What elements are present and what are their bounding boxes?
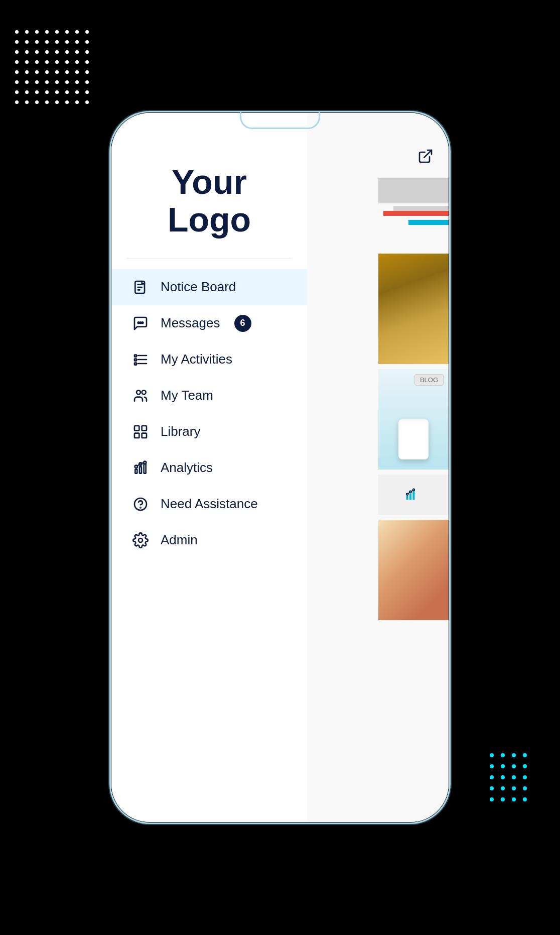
nav-item-library[interactable]: Library bbox=[111, 414, 307, 450]
white-dot bbox=[55, 70, 59, 74]
white-dot bbox=[75, 100, 79, 104]
white-dot bbox=[55, 60, 59, 64]
white-dot bbox=[75, 80, 79, 84]
nav-item-notice-board[interactable]: Notice Board bbox=[111, 269, 307, 305]
white-dot bbox=[65, 80, 69, 84]
cyan-dot bbox=[523, 786, 527, 790]
cyan-dot bbox=[523, 797, 527, 801]
svg-rect-12 bbox=[134, 363, 136, 365]
team-icon bbox=[131, 387, 150, 405]
svg-rect-10 bbox=[134, 355, 136, 357]
messages-label: Messages bbox=[161, 315, 220, 331]
svg-rect-29 bbox=[406, 496, 408, 500]
white-dot bbox=[65, 90, 69, 94]
nav-item-admin[interactable]: Admin bbox=[111, 522, 307, 558]
white-dot bbox=[85, 30, 89, 34]
white-dot bbox=[55, 90, 59, 94]
my-team-label: My Team bbox=[161, 388, 213, 403]
cyan-dot bbox=[501, 786, 505, 790]
my-activities-label: My Activities bbox=[161, 352, 232, 367]
svg-line-28 bbox=[424, 150, 432, 158]
cyan-dot bbox=[490, 797, 494, 801]
svg-point-14 bbox=[142, 390, 146, 394]
library-label: Library bbox=[161, 424, 200, 439]
cyan-dot bbox=[501, 753, 505, 757]
cyan-dot bbox=[512, 797, 516, 801]
white-dot bbox=[35, 90, 39, 94]
white-dot bbox=[85, 60, 89, 64]
svg-rect-18 bbox=[142, 433, 147, 437]
white-dot bbox=[85, 50, 89, 54]
white-dot bbox=[45, 40, 49, 44]
hand-illustration bbox=[378, 254, 449, 364]
white-dot bbox=[35, 100, 39, 104]
svg-rect-15 bbox=[134, 426, 139, 430]
white-dot bbox=[45, 50, 49, 54]
white-dot bbox=[15, 70, 19, 74]
analytics-content-strip bbox=[378, 475, 449, 515]
white-dot bbox=[15, 30, 19, 34]
svg-point-26 bbox=[140, 507, 141, 508]
white-dot bbox=[15, 50, 19, 54]
activities-icon bbox=[131, 350, 150, 369]
white-dot bbox=[55, 40, 59, 44]
nav-item-messages[interactable]: Messages 6 bbox=[111, 305, 307, 341]
cyan-dot bbox=[512, 753, 516, 757]
analytics-label: Analytics bbox=[161, 460, 213, 476]
nav-list: Notice Board Messages 6 bbox=[111, 269, 307, 822]
library-icon bbox=[131, 423, 150, 441]
white-dot bbox=[65, 30, 69, 34]
external-link-icon[interactable] bbox=[417, 148, 434, 168]
white-dot bbox=[85, 100, 89, 104]
cyan-dot bbox=[490, 786, 494, 790]
svg-rect-30 bbox=[409, 494, 411, 500]
white-dot bbox=[25, 80, 29, 84]
white-dot bbox=[45, 70, 49, 74]
notice-board-label: Notice Board bbox=[161, 279, 236, 295]
menu-panel: Your Logo bbox=[111, 113, 307, 822]
white-dot bbox=[25, 30, 29, 34]
cyan-dot bbox=[501, 797, 505, 801]
svg-point-5 bbox=[140, 322, 142, 323]
nav-item-analytics[interactable]: Analytics bbox=[111, 450, 307, 486]
white-dot bbox=[25, 90, 29, 94]
content-strip-1 bbox=[378, 178, 449, 203]
white-dot bbox=[85, 40, 89, 44]
nav-item-need-assistance[interactable]: Need Assistance bbox=[111, 486, 307, 522]
white-dot bbox=[45, 100, 49, 104]
white-dot bbox=[35, 80, 39, 84]
cyan-dot bbox=[523, 775, 527, 779]
notice-board-icon bbox=[131, 278, 150, 296]
white-dot bbox=[25, 100, 29, 104]
white-dot bbox=[25, 50, 29, 54]
phone-mockup: Your Logo bbox=[109, 111, 451, 824]
cyan-dot bbox=[501, 764, 505, 768]
svg-rect-17 bbox=[134, 433, 139, 437]
nav-item-my-team[interactable]: My Team bbox=[111, 378, 307, 414]
white-dot bbox=[65, 50, 69, 54]
cyan-dot bbox=[512, 775, 516, 779]
content-strip-3 bbox=[383, 211, 449, 216]
content-strip-4 bbox=[408, 220, 449, 225]
white-dot bbox=[15, 100, 19, 104]
svg-line-35 bbox=[408, 493, 409, 494]
svg-rect-19 bbox=[135, 469, 137, 473]
white-dot bbox=[35, 70, 39, 74]
content-panel: BLOG bbox=[307, 113, 449, 822]
phone-screen: Your Logo bbox=[111, 113, 449, 822]
white-dot bbox=[65, 100, 69, 104]
svg-point-13 bbox=[136, 390, 141, 394]
nav-item-my-activities[interactable]: My Activities bbox=[111, 341, 307, 378]
white-dot bbox=[75, 70, 79, 74]
white-dot bbox=[15, 60, 19, 64]
white-dot bbox=[45, 60, 49, 64]
svg-line-36 bbox=[411, 491, 412, 492]
white-dot bbox=[85, 90, 89, 94]
white-dot bbox=[55, 80, 59, 84]
white-dot bbox=[35, 30, 39, 34]
white-dot bbox=[55, 50, 59, 54]
admin-label: Admin bbox=[161, 532, 198, 548]
blog-badge: BLOG bbox=[414, 374, 444, 386]
svg-rect-16 bbox=[142, 426, 147, 430]
white-dot bbox=[85, 80, 89, 84]
